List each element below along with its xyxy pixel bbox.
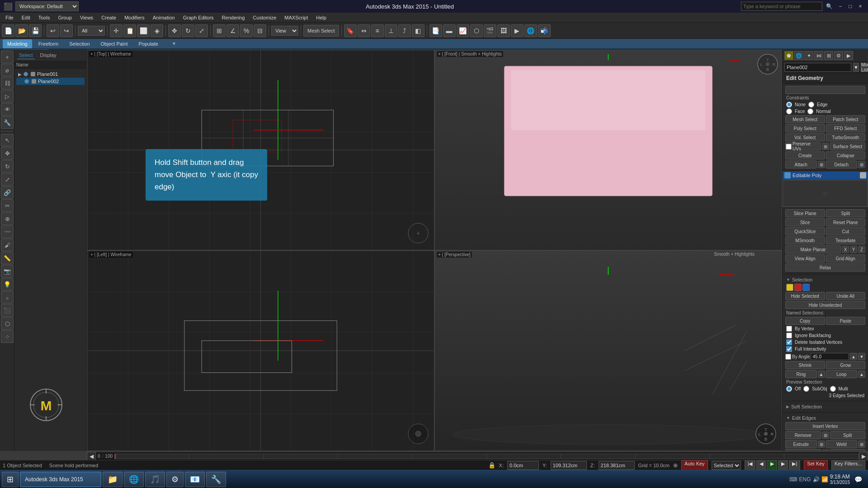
menu-create[interactable]: Create: [98, 14, 120, 21]
preview-subobj-radio[interactable]: [803, 386, 809, 392]
modifier-list-btn[interactable]: Modifier List: [861, 63, 868, 72]
relax-btn[interactable]: Relax: [785, 263, 865, 272]
msmooth-btn[interactable]: MSmooth: [785, 236, 825, 244]
volume-icon[interactable]: 🔊: [813, 476, 820, 483]
weld-sq-btn[interactable]: ⊞: [858, 441, 865, 448]
viewport-bottom-right[interactable]: + | [Perspective] Smooth + Highlights: [434, 250, 782, 451]
tab-selection[interactable]: Selection: [65, 39, 94, 48]
select-btn[interactable]: ✛: [110, 24, 123, 37]
target-weld-btn[interactable]: Target Weld: [830, 449, 866, 451]
constraint-face-radio[interactable]: [786, 108, 792, 114]
taskbar-app-3dsmax[interactable]: Autodesk 3ds Max 2015: [20, 472, 101, 487]
vol-select-btn[interactable]: Vol. Select: [785, 133, 825, 141]
split-edges-btn[interactable]: Split: [830, 431, 866, 439]
ffd-select-btn[interactable]: FFD Select: [826, 124, 866, 132]
move-btn[interactable]: ✥: [168, 24, 181, 37]
auto-key-btn[interactable]: Auto Key: [681, 460, 708, 470]
patch-select-btn[interactable]: Patch Select: [826, 115, 866, 123]
menu-help[interactable]: Help: [312, 14, 330, 21]
split-btn[interactable]: Split: [826, 209, 866, 217]
detach-sq-btn[interactable]: ⊞: [858, 161, 865, 168]
x-coord-input[interactable]: [507, 461, 539, 470]
menu-maxscript[interactable]: MAXScript: [281, 14, 311, 21]
move-tool[interactable]: ✥: [1, 147, 14, 160]
menu-file[interactable]: File: [2, 14, 17, 21]
geometry-tool[interactable]: ⬛: [1, 304, 14, 317]
paste-btn[interactable]: Paste: [826, 317, 866, 325]
taskbar-misc1[interactable]: ⚙: [166, 472, 184, 487]
raytracer-icon-btn[interactable]: ⋈: [814, 51, 823, 60]
timeline-track[interactable]: [114, 454, 859, 459]
extrude-btn[interactable]: Extrude: [785, 440, 817, 448]
constraint-none-radio[interactable]: [786, 102, 792, 108]
ignore-backfacing-check[interactable]: [786, 333, 792, 338]
weld-btn[interactable]: Weld: [826, 440, 858, 448]
taskbar-explorer[interactable]: 📁: [103, 472, 123, 487]
prev-frame-btn[interactable]: ◀: [756, 460, 766, 470]
window-cross-btn[interactable]: ◈: [151, 24, 163, 37]
attach-btn[interactable]: Attach: [785, 160, 817, 169]
preview-off-radio[interactable]: [786, 386, 792, 392]
open-btn[interactable]: 📂: [15, 24, 28, 37]
color-red[interactable]: [794, 284, 802, 291]
turbsmooth-btn[interactable]: TurboSmooth: [826, 133, 866, 141]
by-angle-check[interactable]: [785, 354, 791, 360]
slice-plane-btn[interactable]: Slice Plane: [785, 209, 825, 217]
quickslice-btn[interactable]: QuickSlice: [785, 227, 825, 235]
preview-multi-radio[interactable]: [830, 386, 836, 392]
material-editor-btn[interactable]: ⬡: [470, 24, 483, 37]
env-icon-btn[interactable]: 🌐: [794, 51, 803, 60]
select-tool[interactable]: ↖: [1, 134, 14, 146]
viewport-top-right[interactable]: + | [Front] | Smooth + Highlights: [434, 50, 782, 250]
mirror-btn[interactable]: ⇔: [358, 24, 370, 37]
timeline-next-btn[interactable]: ▶: [859, 452, 868, 461]
minimize-button[interactable]: −: [836, 2, 844, 10]
attach-sq-btn[interactable]: ⊞: [818, 161, 825, 168]
chamfer-btn[interactable]: Chamfer: [785, 449, 821, 451]
constraint-edge-radio[interactable]: [808, 102, 814, 108]
env-effects-btn[interactable]: 🌐: [524, 24, 537, 37]
camera-tool[interactable]: 📷: [1, 265, 14, 277]
normal-align-btn[interactable]: ⊥: [385, 24, 397, 37]
rotate-tool[interactable]: ↻: [1, 160, 14, 173]
redo-btn[interactable]: ↪: [60, 24, 73, 37]
light-tool[interactable]: 💡: [1, 278, 14, 291]
undo-btn[interactable]: ↩: [47, 24, 59, 37]
place-high-btn[interactable]: ⤴: [398, 24, 411, 37]
tessellate-btn[interactable]: Tessellate: [826, 236, 866, 244]
reference-dropdown[interactable]: View: [271, 26, 298, 36]
spacewarp-tool[interactable]: 〰: [1, 225, 14, 238]
taskbar-media[interactable]: 🎵: [145, 472, 165, 487]
extrude-sq-btn[interactable]: ⊞: [818, 441, 825, 448]
cut-btn[interactable]: Cut: [826, 227, 866, 235]
create-selection-set-btn[interactable]: Mesh Select: [303, 25, 339, 37]
menu-tools[interactable]: Tools: [35, 14, 54, 21]
set-key-btn[interactable]: Set Key: [804, 460, 828, 470]
hide-unselected-btn[interactable]: Hide Unselected: [785, 301, 865, 309]
ribbon-more[interactable]: ▼: [167, 39, 181, 48]
taskbar-browser[interactable]: 🌐: [124, 472, 144, 487]
slice-btn[interactable]: Slice: [785, 218, 825, 226]
notification-btn[interactable]: 💬: [852, 472, 864, 487]
create-btn[interactable]: Create: [785, 151, 825, 160]
timeline-prev-btn[interactable]: ◀: [87, 452, 96, 461]
new-scene-btn[interactable]: 📄: [2, 24, 14, 37]
collapse-btn[interactable]: Collapse: [826, 151, 866, 160]
mesh-select-btn[interactable]: Mesh Select: [785, 115, 825, 123]
render-setup-btn[interactable]: 🎬: [484, 24, 496, 37]
grow-btn[interactable]: Grow: [826, 361, 866, 369]
jump-end-btn[interactable]: ▶|: [789, 460, 800, 470]
named-sel-btn[interactable]: 🔖: [344, 24, 357, 37]
preserve-uvs-sq-btn[interactable]: ⊞: [822, 143, 829, 150]
workspace-dropdown[interactable]: Workspace: Default: [15, 1, 79, 11]
menu-modifiers[interactable]: Modifiers: [121, 14, 148, 21]
viewport-bottom-left[interactable]: + | [Left] | Wireframe: [87, 250, 434, 451]
tab-modeling[interactable]: Modeling: [3, 39, 32, 48]
color-blue[interactable]: [802, 284, 810, 291]
render-msg-btn[interactable]: 📬: [538, 24, 551, 37]
by-angle-up[interactable]: ▲: [850, 353, 857, 360]
unhide-all-btn[interactable]: Unide All: [826, 292, 866, 300]
scale-tool[interactable]: ⤢: [1, 173, 14, 186]
scene-object-plane002[interactable]: Plane002: [16, 78, 85, 85]
selection-header[interactable]: ▼ Selection: [784, 276, 866, 283]
